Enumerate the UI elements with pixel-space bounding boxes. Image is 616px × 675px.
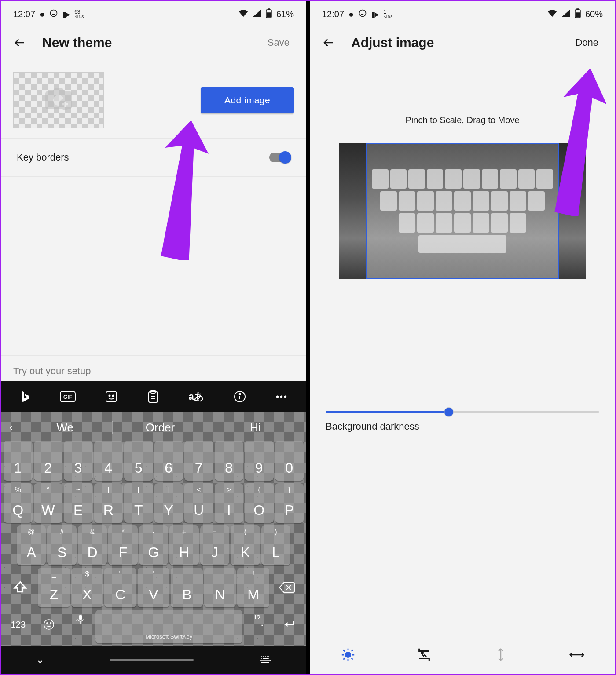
key-Y[interactable]: ]Y <box>154 483 183 523</box>
key-F[interactable]: *F <box>108 525 137 565</box>
key-borders-row[interactable]: Key borders <box>1 139 306 177</box>
emoji-key[interactable] <box>34 610 64 643</box>
svg-rect-3 <box>267 13 271 17</box>
key-3[interactable]: 3 <box>64 441 93 481</box>
mic-key[interactable]: , <box>65 610 94 643</box>
wifi-icon <box>238 9 248 19</box>
gif-icon[interactable]: GIF <box>60 391 76 402</box>
crop-tab[interactable] <box>415 646 433 664</box>
key-A[interactable]: @A <box>17 525 46 565</box>
svg-point-23 <box>267 656 268 657</box>
key-H[interactable]: +H <box>169 525 198 565</box>
key-W[interactable]: ^W <box>34 483 63 523</box>
ad-icon: ▮▸ <box>62 10 70 18</box>
key-Q[interactable]: %Q <box>4 483 33 523</box>
info-icon[interactable] <box>234 390 246 403</box>
keyboard-switch-icon[interactable] <box>260 655 271 665</box>
back-icon[interactable] <box>13 36 26 49</box>
net-speed: 63KB/s <box>74 9 84 19</box>
key-2[interactable]: 2 <box>34 441 63 481</box>
svg-rect-27 <box>263 658 268 659</box>
suggestion-chevron[interactable]: ‹ <box>4 422 18 433</box>
key-V[interactable]: 'V <box>138 568 170 607</box>
key-4[interactable]: 4 <box>94 441 123 481</box>
shift-key[interactable] <box>4 568 37 607</box>
vertical-tab[interactable] <box>492 646 510 664</box>
wifi-icon <box>547 9 557 19</box>
key-B[interactable]: :B <box>171 568 203 607</box>
crop-overlay[interactable] <box>366 143 559 279</box>
key-5[interactable]: 5 <box>124 441 153 481</box>
image-preview[interactable] <box>339 143 586 279</box>
horizontal-tab[interactable] <box>568 646 586 664</box>
key-S[interactable]: #S <box>47 525 76 565</box>
keyboard-toolbar: GIF aあ ••• <box>1 381 306 412</box>
svg-point-15 <box>44 620 54 629</box>
key-borders-toggle[interactable] <box>269 153 290 162</box>
key-1[interactable]: 1 <box>4 441 33 481</box>
suggestion-row: ‹ We Order Hi <box>4 416 304 441</box>
key-U[interactable]: <U <box>184 483 213 523</box>
add-image-button[interactable]: Add image <box>201 87 294 113</box>
key-9[interactable]: 9 <box>245 441 274 481</box>
key-I[interactable]: >I <box>215 483 244 523</box>
key-R[interactable]: |R <box>94 483 123 523</box>
sticker-icon[interactable] <box>105 390 117 403</box>
instruction-text: Pinch to Scale, Drag to Move <box>310 62 615 143</box>
add-image-row: Add image <box>1 62 306 139</box>
key-Z[interactable]: _Z <box>38 568 70 607</box>
svg-point-35 <box>422 652 423 653</box>
key-C[interactable]: "C <box>104 568 136 607</box>
nav-pill[interactable] <box>110 659 194 661</box>
key-8[interactable]: 8 <box>215 441 244 481</box>
darkness-slider[interactable] <box>326 411 599 413</box>
battery-pct: 61% <box>276 9 294 19</box>
bing-icon[interactable] <box>19 390 30 403</box>
key-E[interactable]: ~E <box>64 483 93 523</box>
clipboard-icon[interactable] <box>147 390 159 403</box>
key-N[interactable]: ;N <box>204 568 236 607</box>
suggestion-0[interactable]: We <box>18 421 112 434</box>
save-button[interactable]: Save <box>268 37 290 48</box>
more-icon[interactable]: ••• <box>276 392 288 402</box>
suggestion-1[interactable]: Order <box>113 421 207 434</box>
svg-point-24 <box>268 656 269 657</box>
key-7[interactable]: 7 <box>184 441 213 481</box>
key-K[interactable]: (K <box>231 525 260 565</box>
app-bar: New theme Save <box>1 23 306 62</box>
tryout-input[interactable]: Try out your setup <box>1 355 306 381</box>
svg-rect-32 <box>577 9 579 10</box>
whatsapp-icon <box>49 9 58 20</box>
punct-key[interactable]: .!?. <box>244 610 273 643</box>
key-X[interactable]: $X <box>71 568 103 607</box>
key-T[interactable]: [T <box>124 483 153 523</box>
key-O[interactable]: {O <box>245 483 274 523</box>
image-placeholder[interactable] <box>13 72 104 128</box>
numbers-key[interactable]: 123 <box>4 610 33 643</box>
spacebar-key[interactable]: Microsoft SwiftKey <box>95 610 242 643</box>
done-button[interactable]: Done <box>575 37 598 48</box>
svg-text:GIF: GIF <box>63 394 72 400</box>
nav-chevron-icon[interactable]: ⌄ <box>36 654 44 666</box>
signal-icon <box>561 9 570 19</box>
brightness-tab[interactable] <box>339 646 357 664</box>
enter-key[interactable] <box>274 610 304 643</box>
right-screen: 12:07 ● ▮▸ 1KB/s 60% Adjust imag <box>310 1 615 674</box>
key-6[interactable]: 6 <box>154 441 183 481</box>
svg-point-25 <box>261 658 262 659</box>
key-J[interactable]: =J <box>200 525 229 565</box>
key-M[interactable]: !M <box>237 568 269 607</box>
key-borders-label: Key borders <box>17 152 69 163</box>
key-D[interactable]: &D <box>78 525 107 565</box>
key-G[interactable]: -G <box>139 525 168 565</box>
translate-icon[interactable]: aあ <box>189 390 204 403</box>
back-icon[interactable] <box>322 36 335 49</box>
backspace-key[interactable] <box>271 568 304 607</box>
chat-icon: ● <box>40 9 45 19</box>
page-title: Adjust image <box>351 35 575 50</box>
svg-point-10 <box>113 395 114 397</box>
suggestion-2[interactable]: Hi <box>208 421 303 434</box>
key-0[interactable]: 0 <box>275 441 304 481</box>
key-L[interactable]: )L <box>261 525 290 565</box>
key-P[interactable]: }P <box>275 483 304 523</box>
